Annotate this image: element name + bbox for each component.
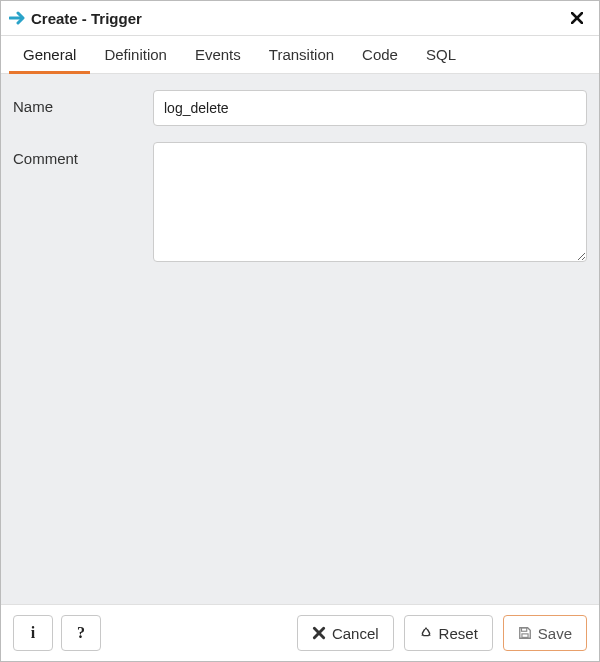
form-row-comment: Comment (13, 142, 587, 265)
svg-rect-6 (522, 634, 528, 638)
dialog-footer: i ? Cancel (1, 604, 599, 661)
tab-bar: General Definition Events Transition Cod… (1, 36, 599, 74)
close-button[interactable] (567, 9, 587, 27)
tab-code[interactable]: Code (348, 36, 412, 73)
help-button[interactable]: ? (61, 615, 101, 651)
comment-textarea[interactable] (153, 142, 587, 262)
tab-label: SQL (426, 46, 456, 63)
name-control (153, 90, 587, 126)
save-icon (518, 626, 532, 640)
save-button[interactable]: Save (503, 615, 587, 651)
tab-label: Events (195, 46, 241, 63)
dialog-title: Create - Trigger (31, 10, 567, 27)
tab-label: General (23, 46, 76, 63)
name-input[interactable] (153, 90, 587, 126)
svg-rect-5 (521, 628, 526, 632)
save-label: Save (538, 625, 572, 642)
info-icon: i (31, 624, 35, 642)
reset-label: Reset (439, 625, 478, 642)
tab-label: Definition (104, 46, 167, 63)
tab-label: Code (362, 46, 398, 63)
tab-sql[interactable]: SQL (412, 36, 470, 73)
comment-control (153, 142, 587, 265)
info-button[interactable]: i (13, 615, 53, 651)
reset-button[interactable]: Reset (404, 615, 493, 651)
tab-label: Transition (269, 46, 334, 63)
cancel-label: Cancel (332, 625, 379, 642)
recycle-icon (419, 626, 433, 640)
form-row-name: Name (13, 90, 587, 126)
tab-transition[interactable]: Transition (255, 36, 348, 73)
dialog-titlebar: Create - Trigger (1, 1, 599, 36)
footer-left: i ? (13, 615, 101, 651)
close-icon (312, 626, 326, 640)
name-label: Name (13, 90, 153, 115)
tab-definition[interactable]: Definition (90, 36, 181, 73)
tab-events[interactable]: Events (181, 36, 255, 73)
close-icon (571, 8, 583, 28)
arrow-right-icon (9, 11, 25, 25)
tab-general[interactable]: General (9, 36, 90, 73)
help-icon: ? (77, 624, 85, 642)
comment-label: Comment (13, 142, 153, 167)
cancel-button[interactable]: Cancel (297, 615, 394, 651)
dialog-body: Name Comment (1, 74, 599, 604)
create-trigger-dialog: Create - Trigger General Definition Even… (0, 0, 600, 662)
footer-right: Cancel Reset (297, 615, 587, 651)
